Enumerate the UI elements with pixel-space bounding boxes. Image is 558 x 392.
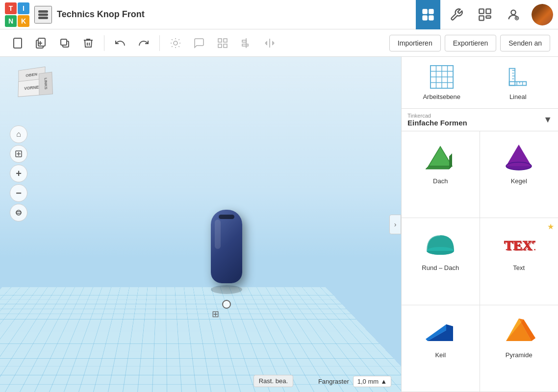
logo[interactable]: T I N K xyxy=(5,2,29,27)
menu-button[interactable] xyxy=(34,6,52,24)
dach-icon xyxy=(423,139,457,173)
knob-highlight xyxy=(215,220,221,249)
svg-rect-15 xyxy=(14,38,22,48)
rast-status: Rast. bea. xyxy=(254,375,293,387)
toolbar: Importieren Exportieren Senden an xyxy=(0,29,558,57)
fangraster-up-arrow[interactable]: ▲ xyxy=(380,378,387,385)
svg-rect-6 xyxy=(429,16,433,20)
align-icon: ⊞ xyxy=(212,309,219,319)
lineal-icon xyxy=(506,65,530,89)
tools-button[interactable] xyxy=(444,0,469,29)
keil-icon xyxy=(423,313,457,347)
logo-n: N xyxy=(5,15,17,27)
dropdown-arrow-icon: ▼ xyxy=(543,115,552,125)
svg-marker-51 xyxy=(426,166,452,169)
rund-dach-label: Rund – Dach xyxy=(422,264,459,271)
undo-button[interactable] xyxy=(110,33,130,53)
arbeitsebene-tool[interactable]: Arbeitsebene xyxy=(409,65,474,100)
svg-point-20 xyxy=(174,41,178,45)
new-doc-button[interactable] xyxy=(8,33,27,53)
svg-rect-17 xyxy=(38,38,45,46)
group-button[interactable] xyxy=(213,33,232,53)
svg-rect-26 xyxy=(242,40,246,42)
svg-rect-21 xyxy=(218,39,222,42)
separator-1 xyxy=(104,35,104,51)
align-button[interactable] xyxy=(236,33,256,53)
zoom-in-button[interactable]: + xyxy=(10,165,27,182)
svg-rect-22 xyxy=(224,39,227,42)
zoom-out-button[interactable]: − xyxy=(10,184,27,202)
header-actions xyxy=(416,0,553,29)
svg-marker-54 xyxy=(506,145,532,166)
shape-rund-dach[interactable]: Rund – Dach xyxy=(402,218,480,305)
nav-cube[interactable]: OBEN VORNE LINKS xyxy=(10,67,59,116)
svg-marker-63 xyxy=(446,324,453,341)
rund-dach-icon xyxy=(423,226,457,260)
shape-text[interactable]: ★ TEXT TEXT Text xyxy=(480,218,558,305)
home-button[interactable]: ⌂ xyxy=(10,125,27,143)
svg-point-57 xyxy=(427,247,454,255)
separator-2 xyxy=(159,35,160,51)
flip-button[interactable] xyxy=(260,33,279,53)
svg-rect-8 xyxy=(486,9,490,13)
svg-marker-50 xyxy=(429,147,452,166)
text-label: Text xyxy=(513,264,525,271)
export-button[interactable]: Exportieren xyxy=(445,35,497,51)
shape-dach[interactable]: Dach xyxy=(402,131,480,218)
duplicate-button[interactable] xyxy=(55,33,75,53)
kegel-icon xyxy=(502,139,536,173)
panel-toggle-arrow[interactable]: › xyxy=(389,215,401,234)
arbeitsebene-icon xyxy=(430,65,454,89)
svg-rect-19 xyxy=(61,39,67,45)
logo-t: T xyxy=(5,2,17,14)
main-layout: OBEN VORNE LINKS ⌂ + − xyxy=(0,57,558,392)
logo-k: K xyxy=(18,15,29,27)
3d-object: ⊞ xyxy=(211,210,242,294)
delete-button[interactable] xyxy=(78,33,98,53)
redo-button[interactable] xyxy=(134,33,153,53)
lineal-label: Lineal xyxy=(509,93,527,100)
lineal-tool[interactable]: Lineal xyxy=(486,65,551,100)
arbeitsebene-label: Arbeitsebene xyxy=(423,93,460,100)
import-button[interactable]: Importieren xyxy=(389,35,441,51)
avatar[interactable] xyxy=(532,4,553,25)
svg-rect-4 xyxy=(429,9,433,13)
send-button[interactable]: Senden an xyxy=(500,35,550,51)
fangraster-input[interactable]: 1,0 mm ▲ xyxy=(353,376,391,387)
svg-rect-1 xyxy=(39,14,48,15)
knob-body xyxy=(211,210,242,283)
svg-rect-7 xyxy=(479,9,483,13)
move-handle[interactable] xyxy=(222,300,231,309)
svg-point-33 xyxy=(16,212,21,214)
pyramide-label: Pyramide xyxy=(506,351,533,359)
svg-rect-9 xyxy=(479,16,483,20)
orbit-button[interactable] xyxy=(10,204,27,221)
svg-point-32 xyxy=(16,210,21,215)
blocks-button[interactable] xyxy=(473,0,497,29)
svg-rect-10 xyxy=(486,16,490,18)
shape-pyramide[interactable]: Pyramide xyxy=(480,305,558,392)
user-button[interactable] xyxy=(501,0,526,29)
svg-rect-5 xyxy=(423,16,427,20)
dropdown-value: Einfache Formen xyxy=(407,119,539,127)
dropdown-category: Tinkercad xyxy=(407,113,539,119)
light-button[interactable] xyxy=(166,33,185,53)
shapes-dropdown[interactable]: Tinkercad Einfache Formen ▼ xyxy=(402,109,558,131)
annotation-button[interactable] xyxy=(189,33,209,53)
svg-rect-27 xyxy=(242,44,248,46)
panel-tools: Arbeitsebene xyxy=(402,57,558,109)
shape-kegel[interactable]: Kegel xyxy=(480,131,558,218)
viewport[interactable]: OBEN VORNE LINKS ⌂ + − xyxy=(0,57,401,392)
shape-keil[interactable]: Keil xyxy=(402,305,480,392)
pyramide-icon xyxy=(502,313,536,347)
keil-label: Keil xyxy=(435,351,446,359)
logo-i: I xyxy=(18,2,29,14)
fangraster-label: Fangraster xyxy=(318,378,349,385)
fit-view-button[interactable] xyxy=(10,145,27,163)
copy-to-button[interactable] xyxy=(31,33,51,53)
kegel-label: Kegel xyxy=(511,177,527,185)
svg-rect-3 xyxy=(423,9,427,13)
shapes-grid: Dach Kegel xyxy=(402,131,558,392)
grid-view-button[interactable] xyxy=(416,0,440,29)
right-panel: Arbeitsebene xyxy=(401,57,558,392)
